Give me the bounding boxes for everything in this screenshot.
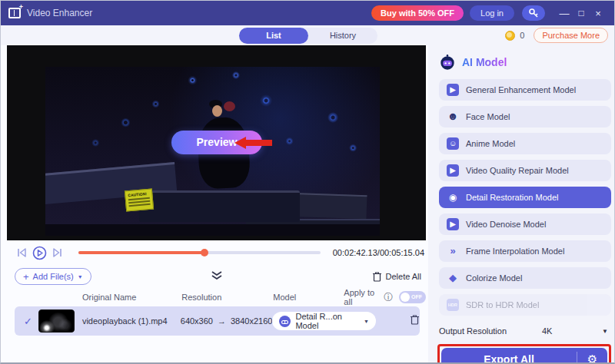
- table-header: Original Name Resolution Model Apply to …: [7, 288, 426, 306]
- info-icon[interactable]: ⓘ: [384, 291, 393, 304]
- app-logo-icon: [8, 8, 21, 18]
- model-item-video-quality-repair[interactable]: ▶ Video Quality Repair Model: [439, 160, 611, 181]
- export-all-button[interactable]: Export All ⚙: [441, 348, 607, 364]
- col-resolution: Resolution: [181, 293, 273, 302]
- video-thumbnail: [38, 309, 75, 333]
- double-chevron-down-icon: [210, 271, 224, 280]
- file-name: videoplayback (1).mp4: [82, 316, 181, 326]
- model-list: ▶ General Enhancement Model ☻ Face Model…: [439, 79, 611, 316]
- photo-circle-icon: ◉: [447, 191, 459, 204]
- video-player[interactable]: CAUTION! Preview: [7, 45, 426, 240]
- model-item-colorize[interactable]: ◆ Colorize Model: [439, 267, 611, 289]
- main-content: CAUTION! Preview: [7, 45, 426, 336]
- delete-all-button[interactable]: Delete All: [372, 271, 421, 282]
- annotation-arrow: [234, 137, 272, 149]
- progress-fill: [78, 251, 204, 254]
- titlebar: Video Enhancer Buy with 50% OFF Log in —…: [1, 1, 614, 25]
- progress-thumb[interactable]: [201, 249, 208, 256]
- close-button[interactable]: ×: [590, 8, 607, 19]
- stage-floor: [45, 224, 380, 236]
- play-plus-icon: ▶: [447, 84, 459, 96]
- minimize-button[interactable]: —: [556, 8, 573, 19]
- robot-icon: [439, 54, 456, 71]
- trash-icon: [410, 314, 420, 325]
- add-files-button[interactable]: + Add File(s) ▼: [15, 268, 91, 285]
- login-button[interactable]: Log in: [470, 5, 514, 21]
- caution-sign: CAUTION!: [125, 188, 154, 211]
- play-repair-icon: ▶: [447, 164, 459, 177]
- chevron-down-icon: ▼: [78, 274, 83, 280]
- coin-icon: [505, 31, 515, 41]
- annotation-highlight-box: Export All ⚙: [437, 344, 611, 364]
- subheader: List History 0 Purchase More: [1, 25, 614, 45]
- skip-back-icon: [16, 247, 28, 258]
- credit-count: 0: [520, 31, 524, 40]
- app-title: Video Enhancer: [27, 8, 92, 18]
- tab-list[interactable]: List: [239, 28, 308, 44]
- progress-slider[interactable]: [78, 251, 321, 254]
- face-icon: ☻: [447, 111, 459, 123]
- paint-icon: ◆: [447, 272, 459, 284]
- model-item-video-denoise[interactable]: ▶ Video Denoise Model: [439, 213, 611, 235]
- register-key-button[interactable]: [522, 5, 545, 21]
- credits-area: 0 Purchase More: [505, 25, 608, 45]
- hdr-badge-icon: HDR: [447, 299, 459, 311]
- model-dropdown[interactable]: Detail R...on Model ▼: [272, 312, 376, 330]
- stage-bench: [139, 190, 300, 223]
- model-item-general-enhancement[interactable]: ▶ General Enhancement Model: [439, 79, 611, 101]
- smiley-icon: ☺: [447, 137, 459, 150]
- buy-discount-button[interactable]: Buy with 50% OFF: [371, 5, 464, 21]
- output-resolution-row: Output Resolution 4K ▼: [439, 321, 610, 341]
- ai-model-header: AI Model: [439, 51, 611, 73]
- timecode: 00:02:42.13/00:05:15.04: [333, 248, 424, 257]
- toggle-knob: [401, 293, 410, 302]
- playback-controls: 00:02:42.13/00:05:15.04: [7, 240, 426, 265]
- arrow-right-icon: →: [218, 316, 226, 326]
- apply-to-all: Apply to all ⓘ: [344, 288, 393, 306]
- collapse-panel-button[interactable]: [210, 270, 224, 283]
- play-icon: [32, 246, 47, 260]
- app-window: Video Enhancer Buy with 50% OFF Log in —…: [0, 0, 615, 364]
- table-row[interactable]: ✓ videoplayback (1).mp4 640x360 → 3840x2…: [15, 306, 420, 336]
- chevron-down-icon: ▼: [602, 328, 608, 335]
- play-sparkle-icon: ▶: [447, 218, 459, 230]
- chevron-down-icon: ▼: [364, 319, 369, 324]
- model-item-face[interactable]: ☻ Face Model: [439, 106, 611, 127]
- key-icon: [528, 8, 539, 18]
- plus-icon: +: [23, 271, 29, 283]
- toggle-state: OFF: [411, 294, 422, 299]
- apply-to-all-toggle[interactable]: OFF: [399, 291, 426, 303]
- model-sidebar: AI Model ▶ General Enhancement Model ☻ F…: [428, 45, 615, 364]
- view-tabs: List History: [239, 28, 377, 44]
- trash-icon: [372, 271, 382, 282]
- purchase-more-button[interactable]: Purchase More: [534, 28, 608, 43]
- play-button[interactable]: [32, 246, 47, 260]
- next-frame-button[interactable]: [52, 247, 63, 258]
- model-item-detail-restoration[interactable]: ◉ Detail Restoration Model: [439, 187, 611, 208]
- double-chevron-icon: »: [447, 245, 459, 257]
- output-resolution-label: Output Resolution: [439, 326, 507, 336]
- model-item-frame-interpolation[interactable]: » Frame Interpolation Model: [439, 240, 611, 262]
- robot-icon: [279, 316, 291, 327]
- resolution-dropdown[interactable]: 4K ▼: [542, 326, 610, 336]
- col-model: Model: [273, 293, 322, 302]
- gear-icon[interactable]: ⚙: [577, 352, 607, 364]
- check-icon[interactable]: ✓: [24, 316, 32, 327]
- col-original-name: Original Name: [82, 293, 188, 302]
- skip-forward-icon: [52, 247, 63, 258]
- tab-history[interactable]: History: [308, 28, 377, 44]
- resolution-value: 4K: [542, 326, 552, 336]
- model-item-sdr-to-hdr[interactable]: HDR SDR to HDR Model: [439, 294, 611, 316]
- ai-model-title: AI Model: [462, 56, 507, 68]
- file-toolbar: + Add File(s) ▼ Delete All: [7, 265, 426, 288]
- delete-row-button[interactable]: [410, 314, 420, 328]
- resolution-cell: 640x360 → 3840x2160: [181, 316, 273, 326]
- maximize-button[interactable]: □: [573, 8, 590, 18]
- model-item-anime[interactable]: ☺ Anime Model: [439, 133, 611, 154]
- previous-frame-button[interactable]: [16, 247, 28, 258]
